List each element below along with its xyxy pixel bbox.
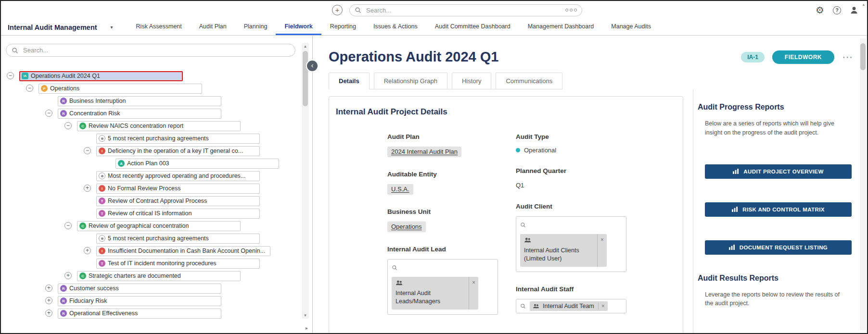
tree-toggle[interactable]: + [64,272,72,279]
tab-communications[interactable]: Communications [496,73,562,89]
risk-icon: R [60,310,67,317]
tab-relationship-graph[interactable]: Relationship Graph [374,73,447,89]
nav-item-reporting[interactable]: Reporting [321,19,365,35]
nav-item-fieldwork[interactable]: Fieldwork [276,19,321,35]
user-profile-icon[interactable] [850,6,858,14]
audit-plan-chip[interactable]: 2024 Internal Audit Plan [387,147,461,157]
tree-node: + R Operational Effectiveness [1,307,312,320]
tree-node-box[interactable]: I No Formal Review Process [96,184,260,194]
scroll-up-icon[interactable]: ▲ [302,44,309,49]
tree-node-box[interactable]: T Test of IT incident monitoring procedu… [96,259,260,269]
chevron-up-icon[interactable]: ▴ [862,2,865,7]
remove-icon[interactable]: × [469,277,478,309]
selected-user-group-chip: Internal Audit Leads/Managers × [392,277,478,309]
tree-node-box[interactable]: Most recently approved operating and pro… [96,171,260,181]
nav-item-risk-assessment[interactable]: Risk Assessment [128,19,191,35]
tree-node-label: Most recently approved operating and pro… [108,173,245,179]
tree-node-box[interactable]: T Review of Contract Approval Process [96,196,260,206]
business-unit-chip[interactable]: Operations [387,222,426,232]
tree-toggle[interactable]: − [7,72,14,79]
tree-node-box[interactable]: T Review of critical IS information [96,209,260,219]
more-options-icon[interactable]: ⋯ [842,55,853,60]
tab-history[interactable]: History [452,73,491,89]
tree-node-box[interactable]: I Insufficient Documentation in Cash Ban… [96,246,270,256]
tree-toggle[interactable]: + [45,309,52,317]
search-icon [12,47,18,54]
workflow-state-button[interactable]: FIELDWORK [772,50,834,64]
tree-node-box[interactable]: A Action Plan 003 [115,159,279,169]
search-options-icon[interactable] [565,9,577,12]
tree-node-box[interactable]: P Operations [38,84,202,94]
tree-node-box[interactable]: R Fiduciary Risk [58,296,221,306]
remove-icon[interactable]: × [598,303,605,309]
report-button-audit-project-overview[interactable]: AUDIT PROJECT OVERVIEW [705,164,852,179]
auditable-entity-chip[interactable]: U.S.A. [387,184,413,195]
field-label-audit-type: Audit Type [516,133,626,140]
tree-node: + R Customer success [1,282,312,295]
report-button-risk-and-control-matrix[interactable]: RISK AND CONTROL MATRIX [705,202,852,217]
tree-node-box[interactable]: R Operational Effectiveness [58,309,221,319]
tree-node: R Business Interruption [1,95,312,107]
tree-node-label: Business Interruption [69,98,126,104]
bar-chart-icon [732,207,738,212]
main-panel: Operations Audit 2024 Q1 IA-1 FIELDWORK … [313,36,859,333]
nav-item-manage-audits[interactable]: Manage Audits [602,19,660,35]
tree-node: + C Strategic charters are documented [1,270,312,282]
collapse-panel-button[interactable]: ‹ [306,60,319,72]
internal-audit-staff-select[interactable]: Internal Audit Team × [516,299,626,313]
tree-node-box[interactable]: 5 most recent purchasing agreements [96,134,260,144]
tree-toggle[interactable]: − [45,110,52,117]
field-label-audit-client: Audit Client [516,203,626,210]
tree-toggle[interactable]: + [84,185,91,192]
tree-node-box[interactable]: R Concentration Risk [58,109,221,119]
nav-item-issues-actions[interactable]: Issues & Actions [365,19,426,35]
app-switcher[interactable]: Internal Audit Management ▾ [8,19,113,35]
scrollbar-thumb[interactable] [860,43,866,70]
chevron-down-icon: ▾ [111,25,113,30]
report-button-document-request-listing[interactable]: DOCUMENT REQUEST LISTING [705,240,852,255]
audit-client-select[interactable]: Internal Audit Clients (Limited User) × [516,216,626,272]
tab-details[interactable]: Details [329,73,370,89]
create-object-button[interactable]: + [332,5,343,15]
scroll-down-icon[interactable]: ▼ [302,313,309,318]
tree-toggle[interactable]: + [45,297,52,304]
remove-icon[interactable]: × [597,234,607,267]
global-search-input[interactable] [365,6,562,14]
tree-search[interactable] [6,44,295,57]
request-icon [99,173,105,179]
search-icon [520,303,526,309]
tree-toggle[interactable]: + [45,285,52,292]
tree-node-box[interactable]: C Review of geographical concentration [77,221,241,231]
scrollbar-thumb[interactable] [303,51,308,106]
tree-node-box[interactable]: I Deficiency in the operation of a key I… [96,146,260,156]
action-icon: A [118,160,125,167]
tree-search-input[interactable] [22,46,290,54]
nav-item-audit-committee-dashboard[interactable]: Audit Committee Dashboard [426,19,519,35]
tree-toggle[interactable]: − [26,85,33,92]
tree-toggle[interactable]: + [84,247,91,254]
progress-report-buttons: AUDIT PROJECT OVERVIEW RISK AND CONTROL … [705,164,853,255]
tree-toggle[interactable]: − [64,122,72,129]
internal-audit-lead-select[interactable]: Internal Audit Leads/Managers × [387,259,498,315]
tree-node-box[interactable]: IA Operations Audit 2024 Q1 [19,71,183,81]
nav-item-management-dashboard[interactable]: Management Dashboard [519,19,603,35]
tree-node-box[interactable]: R Business Interruption [58,96,221,106]
navbar: Internal Audit Management ▾ Risk Assessm… [1,19,867,36]
tree-node-box[interactable]: C Strategic charters are documented [77,271,241,281]
nav-item-planning[interactable]: Planning [235,19,276,35]
tree-scrollbar[interactable]: ▲ ▼ [302,43,309,319]
scroll-right-icon[interactable]: ▸ [306,325,308,331]
settings-gear-icon[interactable]: ⚙ [816,5,824,15]
field-label-auditable-entity: Auditable Entity [387,171,498,178]
results-reports-description: Leverage the reports below to review the… [705,290,845,309]
tree-node-box[interactable]: R Customer success [58,284,221,294]
tree-node-box[interactable]: 5 most recent purchasing agreements [96,234,260,244]
tree-toggle[interactable]: − [84,147,91,154]
main-scrollbar[interactable] [860,38,866,330]
tree-node-box[interactable]: C Review NAICS concentration report [77,121,241,131]
global-search[interactable] [349,4,582,16]
risk-icon: R [60,297,67,304]
nav-item-audit-plan[interactable]: Audit Plan [191,19,235,35]
tree-toggle[interactable]: − [64,222,72,229]
help-icon[interactable]: ? [833,6,841,14]
